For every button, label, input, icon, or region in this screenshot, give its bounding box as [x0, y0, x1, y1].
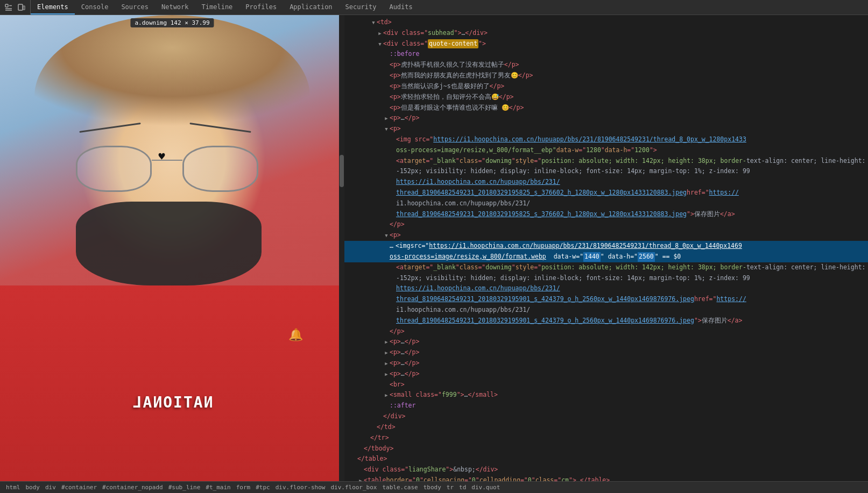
list-item[interactable]: <p>然而我的好朋友真的在虎扑找到了男友😊</p> — [344, 70, 868, 81]
list-item[interactable]: https://i1.hoopchina.com.cn/hupuapp/bbs/… — [344, 177, 868, 188]
inspect-element-button[interactable] — [3, 2, 14, 13]
tab-sources[interactable]: Sources — [115, 0, 155, 15]
list-item[interactable]: <p> — [344, 230, 868, 241]
svg-rect-0 — [5, 4, 8, 7]
list-item[interactable]: oss-process=image/resize,w_800/format__e… — [344, 145, 868, 156]
bell-icon: 🔔 — [288, 328, 303, 341]
breadcrumb-td[interactable]: td — [457, 484, 468, 491]
tab-timeline[interactable]: Timeline — [195, 0, 239, 15]
breadcrumb-div[interactable]: div — [44, 484, 58, 491]
breadcrumb-bar: html body div #container #container_nopa… — [0, 481, 868, 493]
list-item[interactable]: ::before — [344, 49, 868, 60]
list-item[interactable]: <p>…</p> — [344, 337, 868, 347]
tab-elements[interactable]: Elements — [31, 0, 75, 15]
devtools-toolbar: Elements Console Sources Network Timelin… — [0, 0, 868, 15]
selected-element[interactable]: … <img src="https://i1.hoopchina.com.cn/… — [344, 241, 868, 252]
list-item[interactable]: -152px; visibility: hidden; display: inl… — [344, 166, 868, 177]
breadcrumb-tpc[interactable]: #tpc — [254, 484, 272, 491]
triangle-icon[interactable] — [383, 392, 390, 399]
breadcrumb-tbody[interactable]: tbody — [422, 484, 443, 491]
breadcrumb-html[interactable]: html — [4, 484, 22, 491]
list-item[interactable]: <small class="f999">…</small> — [344, 390, 868, 401]
list-item[interactable]: <p>…</p> — [344, 113, 868, 124]
triangle-icon[interactable] — [383, 126, 390, 133]
tab-audits[interactable]: Audits — [383, 0, 419, 15]
list-item[interactable]: thread_81906482549231_20180329195825_s_3… — [344, 209, 868, 220]
list-item[interactable]: ::after — [344, 401, 868, 411]
list-item[interactable]: <p>当然能认识多j~s也是极好的了</p> — [344, 81, 868, 92]
elements-panel[interactable]: <td> <div class="subhead">…</div> <div c… — [344, 15, 868, 481]
triangle-icon[interactable] — [383, 349, 390, 357]
list-item[interactable]: <a target="_blank" class="downimg" style… — [344, 262, 868, 273]
triangle-icon[interactable] — [383, 371, 390, 378]
tab-console[interactable]: Console — [75, 0, 115, 15]
breadcrumb-table-case[interactable]: table.case — [380, 484, 419, 491]
list-item[interactable]: </table> — [344, 454, 868, 465]
elements-tree: <td> <div class="subhead">…</div> <div c… — [344, 15, 868, 481]
list-item[interactable]: <p>…</p> — [344, 347, 868, 358]
preview-label: a.downimg 142 × 37.99 — [130, 18, 214, 27]
list-item[interactable]: <p>虎扑稿手机很久很久了没有发过帖子</p> — [344, 60, 868, 70]
breadcrumb-t-main[interactable]: #t_main — [204, 484, 232, 491]
list-item[interactable]: i1.hoopchina.com.cn/hupuapp/bbs/231/ — [344, 198, 868, 209]
list-item[interactable]: <table border="0" cellspacing="0" cellpa… — [344, 475, 868, 481]
list-item[interactable]: thread_81906482549231_20180329195901_s_4… — [344, 294, 868, 305]
triangle-icon[interactable] — [383, 339, 390, 346]
tab-profiles[interactable]: Profiles — [239, 0, 283, 15]
list-item[interactable]: </tr> — [344, 433, 868, 444]
shirt-text: NATIONAL — [132, 394, 213, 411]
triangle-icon[interactable] — [383, 360, 390, 368]
list-item[interactable]: thread_81906482549231_20180329195825_s_3… — [344, 188, 868, 198]
triangle-icon[interactable] — [357, 477, 364, 481]
table-row[interactable]: <td> — [344, 17, 868, 28]
list-item[interactable]: <p>但是看对眼这个事情谁也说不好嘛 😊</p> — [344, 103, 868, 113]
left-panel: a.downimg 142 × 37.99 ♥ NATIONAL — [0, 15, 344, 481]
breadcrumb-container[interactable]: #container — [60, 484, 98, 491]
list-item[interactable]: <a target="_blank" class="downimg" style… — [344, 156, 868, 167]
triangle-icon[interactable] — [370, 19, 377, 27]
list-item[interactable]: <img src="https://i1.hoopchina.com.cn/hu… — [344, 134, 868, 145]
breadcrumb-floor-show[interactable]: div.floor-show — [274, 484, 327, 491]
selected-element-cont[interactable]: oss-process=image/resize,w_800/format.we… — [344, 252, 868, 262]
list-item[interactable]: i1.hoopchina.com.cn/hupuapp/bbs/231/ — [344, 305, 868, 316]
list-item[interactable]: <p>…</p> — [344, 358, 868, 369]
breadcrumb-tr[interactable]: tr — [445, 484, 455, 491]
photo-preview: ♥ NATIONAL 🔔 — [0, 15, 344, 481]
breadcrumb-container-nopadd[interactable]: #container_nopadd — [101, 484, 165, 491]
tab-application[interactable]: Application — [283, 0, 338, 15]
tab-network[interactable]: Network — [155, 0, 195, 15]
main-area: a.downimg 142 × 37.99 ♥ NATIONAL — [0, 15, 868, 481]
triangle-icon[interactable] — [377, 41, 383, 48]
device-toolbar-button[interactable] — [16, 2, 27, 13]
triangle-icon[interactable] — [383, 232, 390, 240]
list-item[interactable]: <p> — [344, 124, 868, 134]
list-item[interactable]: <p>求轻拍求轻拍，自知评分不会高😅</p> — [344, 92, 868, 103]
list-item[interactable]: <br> — [344, 380, 868, 390]
list-item[interactable]: </td> — [344, 422, 868, 433]
list-item[interactable]: <div class="subhead">…</div> — [344, 28, 868, 39]
breadcrumb-div-quot[interactable]: div.quot — [470, 484, 502, 491]
tabs-bar: Elements Console Sources Network Timelin… — [31, 0, 868, 15]
list-item[interactable]: </div> — [344, 411, 868, 422]
list-item[interactable]: <div class="liangShare">&nbsp;</div> — [344, 465, 868, 475]
breadcrumb-body[interactable]: body — [24, 484, 42, 491]
tab-security[interactable]: Security — [339, 0, 383, 15]
list-item[interactable]: <p>…</p> — [344, 369, 868, 380]
list-item[interactable]: https://i1.hoopchina.com.cn/hupuapp/bbs/… — [344, 283, 868, 294]
breadcrumb-form[interactable]: form — [235, 484, 252, 491]
list-item[interactable]: -152px; visibility: hidden; display: inl… — [344, 273, 868, 284]
breadcrumb-floor-box[interactable]: div.floor_box — [329, 484, 378, 491]
svg-rect-4 — [18, 4, 23, 10]
svg-rect-5 — [23, 6, 25, 10]
list-item[interactable]: </p> — [344, 219, 868, 230]
list-item[interactable]: thread_81906482549231_20180329195901_s_4… — [344, 316, 868, 326]
toolbar-icons — [0, 0, 31, 15]
triangle-icon[interactable] — [377, 30, 383, 38]
triangle-icon[interactable] — [383, 115, 390, 123]
list-item[interactable]: <div class="quote-content"> — [344, 39, 868, 49]
list-item[interactable]: </tbody> — [344, 444, 868, 454]
breadcrumb-sub-line[interactable]: #sub_line — [167, 484, 202, 491]
list-item[interactable]: </p> — [344, 326, 868, 337]
